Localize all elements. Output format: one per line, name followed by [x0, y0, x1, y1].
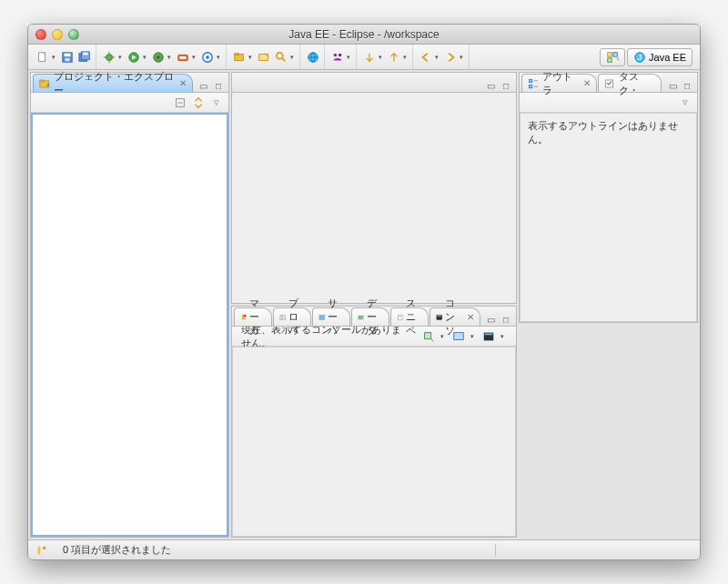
status-bar: 0 項目が選択されました	[28, 539, 700, 559]
team-button[interactable]	[199, 49, 216, 65]
servers-tab[interactable]: サーバ	[312, 307, 350, 326]
outline-view-menu-button[interactable]: ▿	[677, 95, 693, 111]
open-type-button[interactable]	[256, 49, 272, 65]
search-button[interactable]	[273, 49, 289, 65]
new-button[interactable]	[35, 49, 51, 65]
svg-rect-20	[235, 53, 238, 55]
nav-next-dropdown[interactable]: ▾	[403, 54, 410, 61]
search-dropdown[interactable]: ▾	[290, 54, 297, 61]
console-body[interactable]	[232, 347, 516, 537]
maximize-view-button[interactable]: □	[212, 79, 225, 92]
outline-tab[interactable]: アウトラ✕	[521, 74, 597, 92]
maximize-bottom-button[interactable]: □	[500, 313, 512, 326]
pin-console-button[interactable]	[420, 328, 437, 345]
new-dropdown[interactable]: ▾	[52, 54, 58, 61]
outline-body[interactable]: 表示するアウトラインはありません。	[520, 113, 697, 322]
back-button[interactable]	[418, 49, 434, 65]
collapse-all-button[interactable]	[172, 95, 188, 111]
svg-rect-44	[359, 316, 363, 319]
open-perspective-button[interactable]: +	[600, 48, 625, 66]
tasks-tab[interactable]: タスク・	[598, 74, 662, 92]
svg-point-18	[206, 55, 209, 59]
minimize-bottom-button[interactable]: ▭	[485, 313, 498, 326]
editor-area: ▭ □	[231, 72, 517, 304]
svg-point-14	[157, 55, 160, 59]
svg-rect-38	[280, 315, 286, 320]
nav-prev-button[interactable]	[361, 49, 378, 65]
project-explorer-tab-label: プロジェクト・エクスプロー	[54, 70, 174, 97]
project-explorer-tab[interactable]: プロジェクト・エクスプロー ✕	[33, 74, 193, 92]
console-tab[interactable]: コンソ✕	[430, 307, 480, 326]
editor-tabrow: ▭ □	[232, 73, 516, 93]
outline-tab-label: アウトラ	[542, 70, 578, 97]
eclipse-window: Java EE - Eclipse - /workspace ▾ ▾ ▾ ▾ ▾…	[27, 24, 701, 560]
minimize-view-button[interactable]: ▭	[197, 79, 210, 92]
editor-body[interactable]	[232, 93, 516, 303]
link-editor-button[interactable]	[190, 95, 207, 111]
svg-rect-54	[530, 79, 532, 82]
svg-rect-43	[319, 317, 325, 319]
debug-button[interactable]	[101, 49, 117, 65]
svg-rect-50	[425, 332, 431, 338]
status-selection-text: 0 項目が選択されました	[63, 543, 171, 557]
project-explorer-view: プロジェクト・エクスプロー ✕ ▭ □ ▿	[30, 72, 229, 538]
nav-next-button[interactable]	[386, 49, 402, 65]
snippets-tab[interactable]: スニペ	[390, 307, 429, 326]
properties-tab[interactable]: プロパ	[273, 307, 311, 326]
right-column: アウトラ✕ タスク・ ▭ □ ▿ 表示するアウトラインはありません。	[519, 72, 698, 538]
svg-rect-53	[485, 333, 493, 335]
svg-point-7	[106, 54, 113, 60]
run-button[interactable]	[126, 49, 142, 65]
maximize-editor-button[interactable]: □	[500, 79, 512, 92]
bottom-tabrow: マーカ プロパ サーバ データ スニペ コンソ✕ ▭ □	[232, 307, 516, 327]
svg-point-25	[334, 53, 338, 56]
close-icon[interactable]: ✕	[581, 78, 591, 88]
external-tools-dropdown[interactable]: ▾	[192, 54, 198, 61]
open-task-button[interactable]	[329, 49, 346, 65]
nav-prev-dropdown[interactable]: ▾	[379, 54, 385, 61]
display-console-dropdown[interactable]: ▾	[470, 333, 477, 340]
properties-tab-label: プロパ	[288, 297, 305, 337]
close-icon[interactable]: ✕	[464, 312, 474, 322]
new-project-button[interactable]	[231, 49, 248, 65]
bottom-view: マーカ プロパ サーバ データ スニペ コンソ✕ ▭ □ 現在、表示するコンソー…	[231, 306, 517, 538]
outline-tabrow: アウトラ✕ タスク・ ▭ □	[520, 73, 697, 93]
run-dropdown[interactable]: ▾	[143, 54, 149, 61]
svg-rect-29	[608, 57, 612, 61]
svg-rect-55	[530, 85, 532, 87]
save-button[interactable]	[59, 49, 76, 65]
left-column: プロジェクト・エクスプロー ✕ ▭ □ ▿	[30, 72, 229, 538]
run-last-button[interactable]	[150, 49, 167, 65]
svg-point-37	[244, 314, 247, 317]
svg-rect-3	[65, 57, 69, 61]
maximize-outline-button[interactable]: □	[681, 79, 693, 92]
perspective-label: Java EE	[649, 52, 686, 63]
minimize-outline-button[interactable]: ▭	[666, 79, 679, 92]
middle-column: ▭ □ マーカ プロパ サーバ データ スニペ コンソ✕ ▭ □	[231, 72, 517, 538]
minimize-editor-button[interactable]: ▭	[485, 79, 498, 92]
forward-dropdown[interactable]: ▾	[460, 54, 466, 61]
debug-dropdown[interactable]: ▾	[118, 54, 125, 61]
data-tab[interactable]: データ	[351, 307, 389, 326]
project-explorer-body[interactable]	[31, 113, 228, 537]
new-project-dropdown[interactable]: ▾	[248, 54, 255, 61]
open-task-dropdown[interactable]: ▾	[347, 54, 353, 61]
perspective-switcher: + J Java EE	[596, 48, 696, 66]
team-dropdown[interactable]: ▾	[217, 54, 223, 61]
tasks-tab-label: タスク・	[619, 70, 655, 97]
svg-text:+: +	[616, 54, 620, 64]
open-console-dropdown[interactable]: ▾	[500, 333, 507, 340]
close-icon[interactable]: ✕	[177, 78, 187, 88]
forward-button[interactable]	[442, 49, 459, 65]
back-dropdown[interactable]: ▾	[435, 54, 441, 61]
run-last-dropdown[interactable]: ▾	[167, 54, 174, 61]
svg-rect-16	[180, 56, 187, 59]
svg-rect-49	[437, 316, 441, 317]
markers-tab[interactable]: マーカ	[234, 307, 272, 326]
save-all-button[interactable]	[76, 49, 93, 65]
open-console-button[interactable]	[480, 328, 497, 345]
view-menu-button[interactable]: ▿	[208, 95, 225, 111]
external-tools-button[interactable]	[175, 49, 191, 65]
javaee-perspective-button[interactable]: J Java EE	[627, 48, 693, 66]
web-browser-button[interactable]	[305, 49, 321, 65]
